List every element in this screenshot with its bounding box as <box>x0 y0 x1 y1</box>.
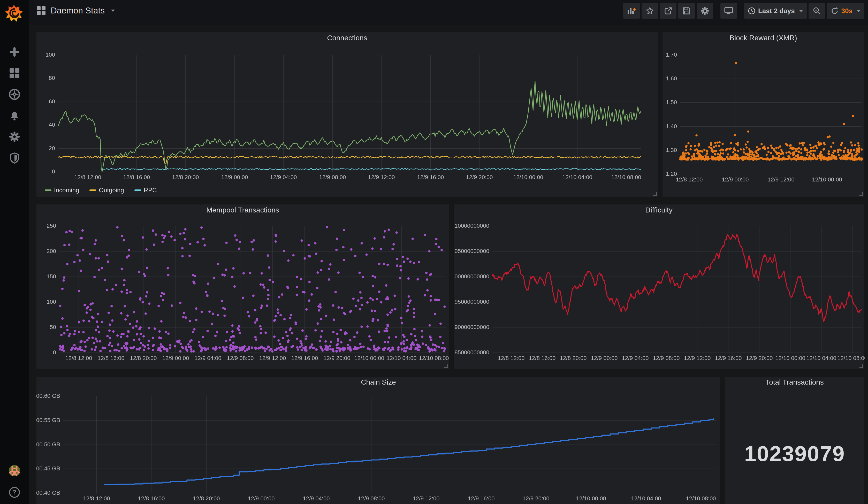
svg-text:?: ? <box>13 489 17 496</box>
legend-swatch-outgoing <box>90 189 96 191</box>
server-admin-shield-icon[interactable] <box>9 152 20 164</box>
user-avatar[interactable] <box>9 465 20 476</box>
panel-resize-handle[interactable] <box>859 192 863 196</box>
add-icon[interactable] <box>9 46 20 58</box>
panel-total-transactions: Total Transactions 10239079 <box>725 376 864 504</box>
add-panel-button[interactable] <box>623 3 640 19</box>
dashboard-title[interactable]: Daemon Stats <box>51 6 105 16</box>
panel-resize-handle[interactable] <box>653 192 657 196</box>
tv-cycle-button[interactable] <box>720 3 737 19</box>
configuration-gear-icon[interactable] <box>9 131 20 143</box>
mempool-chart[interactable] <box>37 204 450 370</box>
panel-chain-size: Chain Size <box>36 376 721 504</box>
chevron-down-icon <box>111 10 115 12</box>
difficulty-chart[interactable] <box>454 204 865 370</box>
panel-resize-handle[interactable] <box>444 364 448 368</box>
panel-title-difficulty[interactable]: Difficulty <box>454 206 864 214</box>
panel-title-total-transactions[interactable]: Total Transactions <box>725 378 864 387</box>
toolbar: Last 2 days 30s <box>623 3 864 19</box>
dashboard-title-row[interactable]: Daemon Stats <box>36 6 115 16</box>
refresh-icon <box>830 7 839 15</box>
chevron-down-icon <box>799 10 803 12</box>
total-transactions-value: 10239079 <box>725 441 864 466</box>
refresh-button[interactable]: 30s <box>827 3 864 19</box>
panel-mempool: Mempool Transactions <box>36 204 449 369</box>
panel-title-block-reward[interactable]: Block Reward (XMR) <box>662 34 864 42</box>
dashboard-area: Connections Incoming Outgoing RPC Block … <box>29 25 868 504</box>
legend-swatch-rpc <box>134 189 141 191</box>
block-reward-chart[interactable] <box>662 32 865 197</box>
panel-title-connections[interactable]: Connections <box>37 34 658 42</box>
panel-resize-handle[interactable] <box>859 364 863 368</box>
panel-difficulty: Difficulty <box>453 204 864 369</box>
star-button[interactable] <box>642 3 658 19</box>
panel-title-mempool[interactable]: Mempool Transactions <box>37 206 449 214</box>
chevron-down-icon <box>857 10 861 12</box>
help-icon[interactable]: ? <box>9 486 20 498</box>
top-header: Daemon Stats Last 2 days <box>29 0 868 25</box>
panel-title-chain-size[interactable]: Chain Size <box>37 378 720 387</box>
dashboards-icon[interactable] <box>9 67 20 79</box>
settings-gear-button[interactable] <box>696 3 713 19</box>
legend-item-outgoing[interactable]: Outgoing <box>90 187 124 194</box>
explore-compass-icon[interactable] <box>9 89 20 100</box>
legend-item-rpc[interactable]: RPC <box>134 187 157 194</box>
panel-connections: Connections Incoming Outgoing RPC <box>36 32 658 197</box>
chain-size-chart[interactable] <box>37 377 721 504</box>
zoom-out-button[interactable] <box>808 3 825 19</box>
share-button[interactable] <box>660 3 676 19</box>
timepicker-label: Last 2 days <box>758 7 795 15</box>
panel-block-reward: Block Reward (XMR) <box>662 32 864 197</box>
connections-chart[interactable] <box>37 32 658 197</box>
timepicker-button[interactable]: Last 2 days <box>744 3 807 19</box>
grafana-logo[interactable] <box>5 4 23 22</box>
legend-item-incoming[interactable]: Incoming <box>45 187 79 194</box>
alerting-bell-icon[interactable] <box>9 110 20 122</box>
dashboard-grid-icon <box>36 6 46 16</box>
connections-legend: Incoming Outgoing RPC <box>45 187 157 194</box>
legend-swatch-incoming <box>45 189 51 191</box>
clock-icon <box>748 7 756 15</box>
save-button[interactable] <box>678 3 695 19</box>
refresh-interval-label: 30s <box>841 7 852 15</box>
sidebar: ? <box>0 0 29 504</box>
